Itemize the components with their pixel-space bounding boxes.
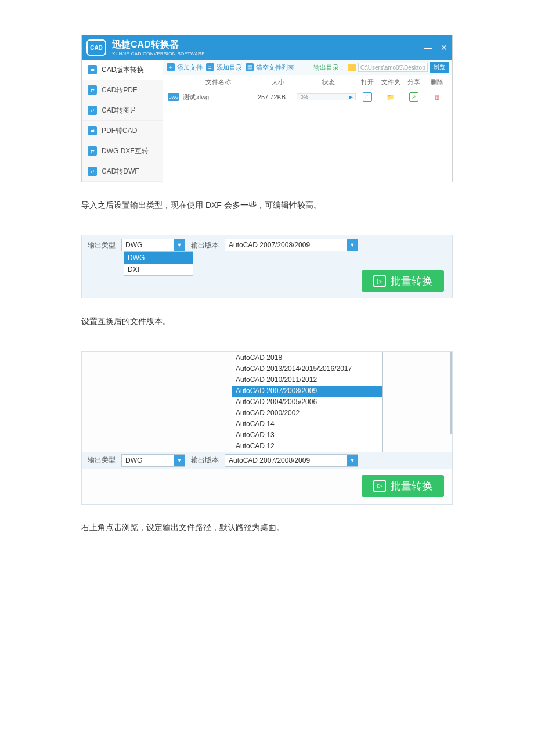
- add-dir-button[interactable]: ≡ 添加目录: [206, 63, 242, 72]
- minimize-button[interactable]: —: [424, 43, 432, 52]
- sidebar-item-label: CAD转PDF: [102, 85, 137, 95]
- select-value: DWG: [125, 241, 142, 249]
- output-type-select[interactable]: DWG ▼: [121, 239, 185, 251]
- sidebar-item-label: CAD版本转换: [102, 65, 144, 75]
- app-title: 迅捷CAD转换器: [112, 39, 205, 51]
- sidebar-item-cad-pdf[interactable]: ⇄ CAD转PDF: [82, 80, 163, 100]
- sidebar-item-label: CAD转图片: [102, 106, 137, 116]
- paragraph-1: 导入之后设置输出类型，现在使用 DXF 会多一些，可编辑性较高。: [81, 199, 453, 211]
- batch-convert-button[interactable]: ▷ 批量转换: [362, 475, 444, 497]
- sidebar-item-label: CAD转DWF: [102, 167, 139, 177]
- button-label: 批量转换: [391, 479, 432, 493]
- clear-icon: ▤: [246, 63, 254, 71]
- sidebar-item-cad-version[interactable]: ⇄ CAD版本转换: [82, 60, 163, 80]
- progress-bar: 0% ▶: [297, 93, 356, 100]
- chevron-down-icon: ▼: [174, 455, 185, 466]
- title-bar: CAD 迅捷CAD转换器 XUNJIE CAD CONVERSION SOFTW…: [82, 35, 452, 60]
- open-folder-icon[interactable]: 📁: [386, 92, 395, 102]
- table-row[interactable]: DWG 测试.dwg 257.72KB 0% ▶ ⬚ 📁 ↗ 🗑: [163, 89, 452, 105]
- file-size: 257.72KB: [247, 93, 296, 100]
- output-dir-label: 输出目录：: [313, 63, 345, 72]
- select-value: AutoCAD 2007/2008/2009: [229, 456, 310, 465]
- table-header: 文件名称 大小 状态 打开 文件夹 分享 删除: [163, 75, 452, 89]
- output-version-dropdown: AutoCAD 2018AutoCAD 2013/2014/2015/2016/…: [232, 352, 383, 452]
- logo-text: CAD: [90, 45, 103, 51]
- col-size: 大小: [255, 78, 301, 87]
- dwg-icon: DWG: [168, 93, 179, 101]
- output-type-label: 输出类型: [88, 455, 116, 465]
- plus-icon: ＋: [167, 63, 175, 71]
- convert-icon: ⇄: [88, 146, 97, 156]
- chevron-down-icon: ▼: [347, 455, 358, 466]
- output-dir-input[interactable]: [358, 63, 428, 72]
- toolbar-label: 清空文件列表: [256, 63, 294, 72]
- dropdown-option[interactable]: AutoCAD 14: [232, 419, 382, 430]
- col-status: 状态: [301, 78, 356, 87]
- dropdown-option[interactable]: AutoCAD 2000/2002: [232, 408, 382, 419]
- open-file-icon[interactable]: ⬚: [363, 92, 372, 102]
- col-delete: 删除: [425, 78, 449, 87]
- paragraph-2: 设置互换后的文件版本。: [81, 315, 453, 327]
- sidebar-item-label: PDF转CAD: [102, 126, 137, 136]
- sidebar-item-cad-image[interactable]: ⇄ CAD转图片: [82, 100, 163, 121]
- folder-icon: [348, 64, 356, 71]
- output-version-select[interactable]: AutoCAD 2007/2008/2009 ▼: [225, 239, 358, 251]
- paragraph-3: 右上角点击浏览，设定输出文件路径，默认路径为桌面。: [81, 521, 453, 534]
- file-name: 测试.dwg: [183, 93, 209, 102]
- col-share: 分享: [402, 78, 425, 87]
- dropdown-option[interactable]: AutoCAD 2007/2008/2009: [232, 386, 382, 397]
- settings-panel-version: AutoCAD 2018AutoCAD 2013/2014/2015/2016/…: [81, 351, 453, 505]
- main-area: ＋ 添加文件 ≡ 添加目录 ▤ 清空文件列表 输出目录： 浏览: [163, 60, 452, 182]
- clear-list-button[interactable]: ▤ 清空文件列表: [246, 63, 294, 72]
- sidebar: ⇄ CAD版本转换 ⇄ CAD转PDF ⇄ CAD转图片 ⇄ PDF转CAD ⇄…: [82, 60, 163, 182]
- dropdown-option[interactable]: DWG: [124, 252, 193, 264]
- output-version-label: 输出版本: [191, 240, 219, 250]
- dropdown-option[interactable]: DXF: [124, 264, 193, 275]
- app-logo-icon: CAD: [86, 39, 106, 56]
- list-icon: ≡: [206, 63, 214, 71]
- dropdown-option[interactable]: AutoCAD 2013/2014/2015/2016/2017: [232, 363, 382, 375]
- output-type-dropdown: DWG DXF: [124, 251, 193, 276]
- scrollbar[interactable]: [450, 352, 452, 434]
- chevron-down-icon: ▼: [174, 239, 185, 251]
- output-type-select[interactable]: DWG ▼: [121, 454, 185, 467]
- convert-icon: ⇄: [88, 85, 97, 95]
- output-version-label: 输出版本: [191, 455, 219, 465]
- sidebar-item-pdf-cad[interactable]: ⇄ PDF转CAD: [82, 121, 163, 141]
- dropdown-option[interactable]: AutoCAD 2010/2011/2012: [232, 375, 382, 386]
- share-icon[interactable]: ↗: [409, 92, 418, 102]
- dropdown-option[interactable]: AutoCAD 13: [232, 430, 382, 441]
- col-name: 文件名称: [167, 78, 255, 87]
- col-open: 打开: [356, 78, 379, 87]
- dropdown-option[interactable]: AutoCAD 12: [232, 441, 382, 452]
- play-icon: ▷: [373, 275, 386, 287]
- sidebar-item-label: DWG DXF互转: [102, 146, 149, 156]
- button-label: 批量转换: [391, 274, 432, 288]
- convert-icon: ⇄: [88, 65, 97, 74]
- app-window: CAD 迅捷CAD转换器 XUNJIE CAD CONVERSION SOFTW…: [81, 35, 453, 182]
- browse-button[interactable]: 浏览: [430, 62, 449, 73]
- play-icon: ▷: [373, 480, 386, 492]
- sidebar-item-dwg-dxf[interactable]: ⇄ DWG DXF互转: [82, 141, 163, 161]
- add-file-button[interactable]: ＋ 添加文件: [167, 63, 203, 72]
- settings-panel-type: 输出类型 DWG ▼ 输出版本 AutoCAD 2007/2008/2009 ▼…: [81, 235, 453, 298]
- dropdown-option[interactable]: AutoCAD 2004/2005/2006: [232, 397, 382, 408]
- progress-text: 0%: [301, 94, 308, 100]
- play-icon[interactable]: ▶: [349, 94, 353, 100]
- select-value: DWG: [125, 456, 142, 465]
- col-folder: 文件夹: [379, 78, 402, 87]
- batch-convert-button[interactable]: ▷ 批量转换: [362, 270, 444, 292]
- convert-icon: ⇄: [88, 106, 97, 115]
- output-type-label: 输出类型: [88, 240, 116, 250]
- sidebar-item-cad-dwf[interactable]: ⇄ CAD转DWF: [82, 161, 163, 182]
- output-version-select[interactable]: AutoCAD 2007/2008/2009 ▼: [225, 454, 358, 467]
- convert-icon: ⇄: [88, 126, 97, 135]
- toolbar-label: 添加目录: [217, 63, 242, 72]
- toolbar-label: 添加文件: [177, 63, 203, 72]
- chevron-down-icon: ▼: [347, 239, 358, 251]
- toolbar: ＋ 添加文件 ≡ 添加目录 ▤ 清空文件列表 输出目录： 浏览: [163, 60, 452, 75]
- dropdown-option[interactable]: AutoCAD 2018: [232, 352, 382, 363]
- close-button[interactable]: ✕: [441, 43, 448, 52]
- delete-icon[interactable]: 🗑: [432, 92, 442, 102]
- select-value: AutoCAD 2007/2008/2009: [229, 241, 310, 249]
